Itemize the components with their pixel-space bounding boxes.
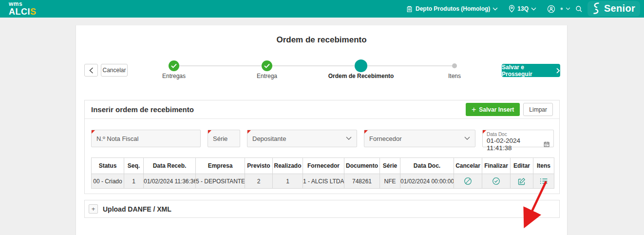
data-doc-value: 01-02-2024 11:41:38 xyxy=(487,137,540,152)
col-serie: Série xyxy=(380,158,400,174)
location-pin-icon xyxy=(509,5,515,13)
user-menu[interactable] xyxy=(547,5,555,13)
page-title: Ordem de recebimento xyxy=(76,35,567,45)
col-finalizar: Finalizar xyxy=(482,158,511,174)
edit-order-action[interactable] xyxy=(511,174,533,189)
col-editar: Editar xyxy=(511,158,533,174)
cell-empresa: 5 - DEPOSITANTE 5 xyxy=(196,174,245,189)
step-ordem-recebimento-circle[interactable] xyxy=(355,59,367,72)
cell-fornecedor: 1 - ALCIS LTDA xyxy=(303,174,344,189)
search-icon xyxy=(575,5,583,13)
fornecedor-placeholder: Fornecedor xyxy=(369,135,401,142)
col-realizado: Realizado xyxy=(273,158,303,174)
cell-status: 00 - Criado xyxy=(92,174,124,189)
cell-seq: 1 xyxy=(124,174,144,189)
expand-upload-button[interactable]: + xyxy=(89,204,98,214)
edit-icon xyxy=(518,177,526,185)
department-building-icon xyxy=(406,5,413,13)
chevron-down-icon xyxy=(566,7,570,10)
required-marker xyxy=(208,130,211,134)
chevron-right-icon xyxy=(556,68,560,74)
col-itens: Itens xyxy=(533,158,554,174)
view-items-action[interactable] xyxy=(533,174,554,189)
location-selector[interactable]: 13Q xyxy=(509,5,536,13)
required-marker xyxy=(247,130,251,134)
col-cancelar: Cancelar xyxy=(454,158,482,174)
serie-field[interactable] xyxy=(208,130,240,147)
step-entrega-circle[interactable] xyxy=(262,60,272,71)
senior-logo: Senior xyxy=(587,1,640,17)
orders-table: Status Seq. Data Receb. Empresa Previsto… xyxy=(91,157,554,189)
chevron-down-icon xyxy=(492,7,498,11)
location-label: 13Q xyxy=(517,5,529,12)
col-seq: Seq. xyxy=(124,158,144,174)
nota-fiscal-input[interactable] xyxy=(96,135,195,142)
user-icon xyxy=(547,5,555,13)
back-button[interactable] xyxy=(84,64,98,77)
wms-alcis-logo[interactable]: wms ALCIS xyxy=(9,1,37,16)
step-label-entrega: Entrega xyxy=(257,73,277,79)
data-doc-field[interactable]: Data Doc 01-02-2024 11:41:38 xyxy=(482,130,554,147)
cell-serie: NFE xyxy=(380,174,400,189)
list-icon xyxy=(540,177,548,185)
save-and-proceed-label: Salvar e Prosseguir xyxy=(502,64,553,78)
check-icon xyxy=(171,63,177,68)
chevron-down-icon xyxy=(531,7,536,11)
logo-alcis-text: ALCIS xyxy=(9,7,37,16)
department-label: Depto Produtos (Homolog) xyxy=(416,5,490,12)
cancel-button[interactable]: Cancelar xyxy=(101,64,128,77)
cancel-circle-icon xyxy=(464,177,472,185)
serie-input[interactable] xyxy=(213,135,235,142)
save-insert-button[interactable]: + Salvar Insert xyxy=(466,103,520,116)
upload-danfe-section: + Upload DANFE / XML xyxy=(84,200,560,218)
chevron-left-icon xyxy=(89,67,94,74)
calendar-icon[interactable] xyxy=(544,141,549,148)
department-selector[interactable]: Depto Produtos (Homolog) xyxy=(406,5,498,13)
language-selector[interactable] xyxy=(560,7,570,10)
nota-fiscal-field[interactable] xyxy=(91,130,201,147)
col-status: Status xyxy=(92,158,124,174)
step-label-itens: Itens xyxy=(448,73,461,79)
insert-order-panel: Inserir ordem de recebimento + Salvar In… xyxy=(84,100,560,194)
depositante-placeholder: Depositante xyxy=(252,135,286,142)
cell-documento: 748261 xyxy=(344,174,380,189)
step-connector xyxy=(179,65,262,66)
required-marker xyxy=(483,130,486,134)
step-label-ordem-recebimento: Ordem de Recebimento xyxy=(328,73,394,79)
cancel-order-action[interactable] xyxy=(454,174,482,189)
depositante-select[interactable]: Depositante xyxy=(247,130,357,147)
col-previsto: Previsto xyxy=(245,158,273,174)
col-data-doc: Data Doc. xyxy=(400,158,454,174)
search-button[interactable] xyxy=(575,5,583,13)
check-circle-icon xyxy=(492,177,500,185)
insert-order-panel-title: Inserir ordem de recebimento xyxy=(91,105,194,114)
main-card: Ordem de recebimento Cancelar Salvar e P… xyxy=(76,25,568,235)
step-entregas-circle[interactable] xyxy=(169,60,179,71)
col-documento: Documento xyxy=(344,158,380,174)
header-context-group: Depto Produtos (Homolog) 13Q xyxy=(406,0,555,18)
plus-icon: + xyxy=(472,106,476,114)
cell-data-receb: 01/02/2024 11:36:36 xyxy=(144,174,196,189)
cell-data-doc: 01/02/2024 00:00:00 xyxy=(400,174,454,189)
step-itens-circle[interactable] xyxy=(452,63,457,68)
upload-section-title: Upload DANFE / XML xyxy=(103,205,171,213)
senior-brand-text: Senior xyxy=(604,3,635,14)
clear-button[interactable]: Limpar xyxy=(523,103,553,116)
senior-s-icon xyxy=(591,2,601,15)
flag-dot-icon xyxy=(560,7,563,10)
header-utility-group: Senior xyxy=(560,0,640,18)
step-connector xyxy=(367,65,452,66)
check-icon xyxy=(264,63,270,68)
step-connector xyxy=(272,65,355,66)
col-fornecedor: Fornecedor xyxy=(303,158,344,174)
save-and-proceed-button[interactable]: Salvar e Prosseguir xyxy=(502,64,560,77)
required-marker xyxy=(364,130,368,134)
table-row: 00 - Criado 1 01/02/2024 11:36:36 5 - DE… xyxy=(92,174,554,189)
cell-previsto: 2 xyxy=(245,174,273,189)
app-header: wms ALCIS Depto Produtos (Homolog) 13Q xyxy=(0,0,644,18)
chevron-down-icon xyxy=(346,137,352,140)
fornecedor-select[interactable]: Fornecedor xyxy=(364,130,475,147)
required-marker xyxy=(92,130,95,134)
finalize-order-action[interactable] xyxy=(482,174,511,189)
col-empresa: Empresa xyxy=(196,158,245,174)
